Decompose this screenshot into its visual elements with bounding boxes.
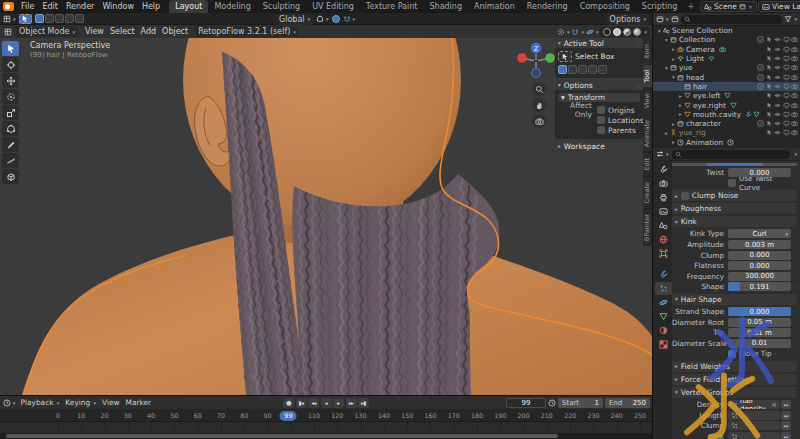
outliner-row-collection[interactable]: ▾Collection	[653, 35, 800, 44]
world-tab[interactable]	[655, 233, 672, 246]
particles-tab[interactable]	[655, 282, 672, 295]
camera-toggle-icon[interactable]	[791, 55, 798, 62]
animate-dot-icon[interactable]: ·	[791, 412, 799, 419]
invert-vgroup-button[interactable]: ↔	[781, 411, 791, 420]
timeline-tracks[interactable]	[0, 422, 652, 433]
outliner-row-animation[interactable]: ▸Animation	[653, 138, 800, 147]
transform-tool[interactable]	[2, 121, 19, 136]
flatness-field[interactable]: 0.000	[728, 261, 791, 270]
animate-dot-icon[interactable]: ·	[791, 230, 799, 237]
panel-header-roughness[interactable]: ▸Roughness∷	[672, 203, 797, 214]
sidebar-tab-edit[interactable]: Edit	[643, 152, 652, 176]
select-set-icon[interactable]	[558, 65, 567, 74]
hide-eye-icon[interactable]	[774, 129, 781, 136]
render-tab[interactable]	[655, 177, 672, 190]
clump-field[interactable]: 0.000	[728, 251, 791, 260]
cursor-toggle-icon[interactable]	[766, 92, 773, 99]
jump-to-prev-keyframe-button[interactable]: ◂◂	[308, 398, 319, 408]
checkbox-locations[interactable]	[597, 116, 605, 124]
checkbox-toggle-icon[interactable]	[757, 120, 764, 127]
outliner-row-hair[interactable]: hair	[653, 82, 800, 91]
modifiers-tab[interactable]	[655, 268, 672, 281]
animate-dot-icon[interactable]: ·	[791, 329, 799, 336]
outliner-display-mode-icon[interactable]: ▾	[656, 15, 669, 23]
camera-toggle-icon[interactable]	[791, 36, 798, 43]
timeline-scrollbar[interactable]	[0, 433, 652, 439]
blender-logo-icon[interactable]	[3, 2, 14, 11]
select-invert-icon[interactable]	[65, 14, 74, 23]
jump-to-end-button[interactable]: ▸▮	[358, 398, 369, 408]
timeline-menu-marker[interactable]: Marker	[123, 398, 155, 407]
animate-dot-icon[interactable]: ·	[791, 169, 799, 176]
hide-eye-icon[interactable]	[774, 102, 781, 109]
scene-selector[interactable]: Scene ×	[700, 1, 757, 12]
add-workspace-button[interactable]: +	[683, 0, 698, 13]
monitor-toggle-icon[interactable]	[783, 102, 790, 109]
rendered-shading-icon[interactable]	[633, 28, 641, 36]
panel-grip-icon[interactable]: ∷	[790, 296, 794, 303]
cursor-toggle-icon[interactable]	[766, 55, 773, 62]
disclosure-closed-icon[interactable]: ▸	[677, 111, 684, 117]
hide-eye-icon[interactable]	[774, 64, 781, 71]
snap-magnet-icon[interactable]: ▾	[571, 28, 584, 36]
animate-dot-icon[interactable]: ·	[791, 401, 799, 408]
hide-eye-icon[interactable]	[774, 36, 781, 43]
monitor-toggle-icon[interactable]	[783, 83, 790, 90]
retopoflow-menu[interactable]: RetopoFlow 3.2.1 (self)▾	[195, 26, 299, 37]
object-data-tab[interactable]	[655, 310, 672, 323]
filter-funnel-icon[interactable]: ▾	[784, 15, 797, 23]
outliner-row-head[interactable]: ▾head	[653, 72, 800, 81]
sidebar-tab-create[interactable]: Create	[643, 176, 652, 209]
monitor-toggle-icon[interactable]	[783, 55, 790, 62]
disclosure-closed-icon[interactable]: ▸	[670, 56, 677, 62]
sidebar-tab-tool[interactable]: Tool	[643, 64, 652, 88]
outliner-row-camera[interactable]: ▸Camera	[653, 45, 800, 54]
disclosure-closed-icon[interactable]: ▸	[670, 121, 677, 127]
disclosure-closed-icon[interactable]: ▸	[670, 46, 677, 52]
select-intersect-icon[interactable]	[75, 14, 84, 23]
scene-tab[interactable]	[655, 219, 672, 232]
shape-field[interactable]: 0.191	[728, 282, 791, 291]
view-layer-selector[interactable]: View Layer ×	[758, 1, 800, 12]
panel-grip-icon[interactable]: ∷	[636, 40, 640, 47]
camera-toggle-icon[interactable]	[791, 64, 798, 71]
select-extend-icon[interactable]	[568, 65, 577, 74]
start-frame-field[interactable]: Start1	[558, 398, 603, 408]
outliner-row-character[interactable]: ▸character	[653, 119, 800, 128]
animate-dot-icon[interactable]: ·	[791, 283, 799, 290]
solid-shading-icon[interactable]	[613, 28, 621, 36]
rotate-tool[interactable]	[2, 89, 19, 104]
outliner-search[interactable]	[681, 15, 783, 24]
current-frame-field[interactable]: 99	[506, 398, 546, 408]
animate-dot-icon[interactable]: ·	[791, 319, 799, 326]
viewport-menu-view[interactable]: View	[82, 27, 107, 36]
select-subtract-icon[interactable]	[55, 14, 64, 23]
auto-keying-button[interactable]: ●	[283, 398, 294, 408]
measure-tool[interactable]	[2, 153, 19, 168]
properties-search[interactable]	[672, 150, 791, 159]
object-tab[interactable]	[655, 247, 672, 260]
viewport-menu-object[interactable]: Object	[159, 27, 191, 36]
workspace-tab-layout[interactable]: Layout	[169, 0, 208, 13]
animate-dot-icon[interactable]: ·	[791, 422, 799, 429]
panel-grip-icon[interactable]: ∷	[790, 363, 794, 370]
physics-tab[interactable]	[655, 296, 672, 309]
checkbox-parents[interactable]	[597, 126, 605, 134]
kink-type-field[interactable]: Curl▾	[728, 229, 791, 238]
panel-header-force-field-settings[interactable]: ▸Force Field Settings∷	[672, 374, 797, 385]
camera-toggle-icon[interactable]	[791, 102, 798, 109]
strand-shape-field[interactable]: 0.000	[728, 307, 791, 316]
view-layer-tab[interactable]	[655, 205, 672, 218]
move-tool[interactable]	[2, 73, 19, 88]
vg-clump-field[interactable]	[728, 421, 780, 430]
unlink-scene-icon[interactable]: ×	[748, 3, 753, 10]
workspace-panel-header[interactable]: ▸ Workspace	[555, 141, 643, 151]
vg-density-field[interactable]: hair density×	[728, 400, 780, 409]
cursor-toggle-icon[interactable]	[766, 102, 773, 109]
mode-dropdown[interactable]: Object Mode▾	[16, 26, 78, 37]
outliner-row-mouth-cavity[interactable]: ▸mouth.cavity	[653, 110, 800, 119]
sidebar-tab-view[interactable]: View	[643, 87, 652, 113]
cursor-toggle-icon[interactable]	[766, 46, 773, 53]
camera-toggle-icon[interactable]	[791, 111, 798, 118]
diameter-root-field[interactable]: 0.05 m	[728, 318, 791, 327]
